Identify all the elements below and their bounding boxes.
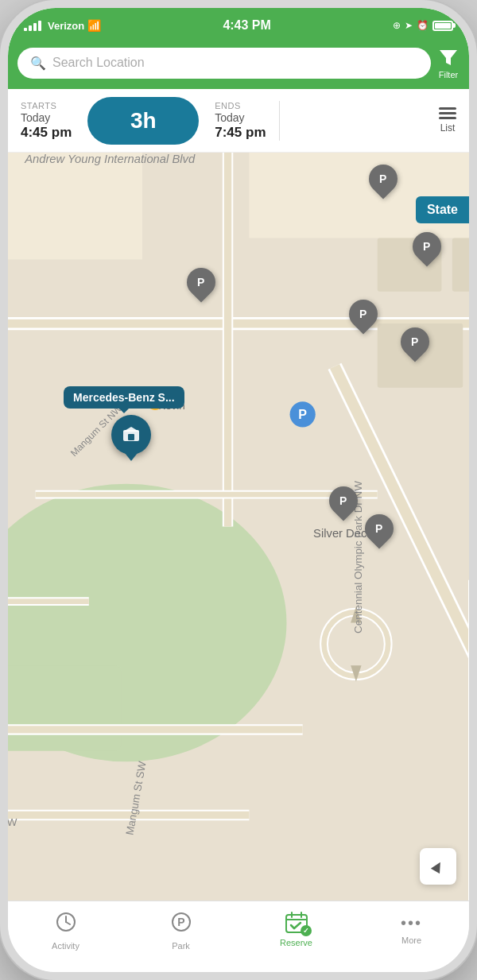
reserve-check-icon: ✓ — [301, 925, 312, 936]
map-svg: P Andrew Young International Blvd Mangum… — [8, 153, 469, 901]
reserve-icon-wrap: ✓ — [285, 911, 308, 935]
svg-rect-45 — [128, 434, 134, 440]
parking-p-icon-3: P — [197, 276, 204, 289]
more-label: More — [401, 935, 421, 945]
phone-frame: Verizon 📶 4:43 PM ⊕ ➤ ⏰ 🔍 Search Locatio… — [0, 0, 477, 980]
activity-svg-icon — [55, 911, 77, 933]
venue-label: Mercedes-Benz S... — [64, 386, 184, 409]
map-area: P Andrew Young International Blvd Mangum… — [8, 153, 469, 901]
compass-arrow-icon: ▲ — [425, 853, 451, 879]
park-label: Park — [172, 941, 190, 951]
parking-p-icon-2: P — [423, 240, 430, 253]
svg-line-56 — [294, 923, 301, 928]
parking-p-icon-6: P — [339, 494, 347, 507]
parking-pin-1[interactable]: P — [369, 165, 398, 193]
svg-marker-44 — [123, 427, 139, 432]
filter-icon — [437, 46, 460, 68]
duration-button[interactable]: 3h — [87, 97, 199, 145]
ends-label: ENDS — [215, 101, 266, 110]
filter-label: Filter — [439, 70, 458, 79]
starts-time: 4:45 pm — [21, 125, 72, 141]
parking-p-icon-4: P — [359, 308, 366, 320]
search-input[interactable]: Search Location — [52, 56, 418, 70]
venue-icon — [120, 424, 142, 446]
svg-text:Markham St SW: Markham St SW — [8, 816, 17, 828]
list-label: List — [440, 122, 456, 134]
phone-inner: Verizon 📶 4:43 PM ⊕ ➤ ⏰ 🔍 Search Locatio… — [8, 8, 469, 972]
activity-label: Activity — [52, 941, 80, 951]
parking-pin-circle-4: P — [343, 294, 384, 335]
parking-p-icon-7: P — [375, 522, 382, 535]
parking-pin-circle-2: P — [407, 227, 448, 267]
svg-text:P: P — [298, 407, 307, 421]
time-bar: STARTS Today 4:45 pm 3h ENDS Today 7:45 … — [8, 89, 469, 153]
reserve-label: Reserve — [280, 938, 312, 947]
carrier-label: Verizon — [48, 20, 84, 32]
bottom-nav: Activity P Park — [8, 901, 469, 972]
activity-icon — [55, 911, 77, 938]
status-bar: Verizon 📶 4:43 PM ⊕ ➤ ⏰ — [8, 8, 469, 40]
parking-p-icon-5: P — [411, 335, 418, 348]
parking-pin-circle-7: P — [359, 509, 400, 549]
time-bar-divider — [279, 101, 280, 141]
svg-marker-0 — [440, 50, 457, 65]
nav-item-park[interactable]: P Park — [123, 908, 238, 951]
park-svg-icon: P — [170, 911, 192, 933]
status-right: ⊕ ➤ ⏰ — [393, 20, 453, 31]
svg-rect-5 — [249, 153, 469, 238]
parking-pin-circle-6: P — [324, 481, 364, 521]
parking-pin-circle-3: P — [181, 262, 222, 303]
parking-pin-4[interactable]: P — [349, 300, 378, 328]
battery-icon — [432, 21, 453, 31]
status-left: Verizon 📶 — [24, 19, 101, 32]
svg-text:P: P — [177, 916, 184, 928]
signal-bar-2 — [29, 25, 32, 31]
list-line-2 — [439, 112, 456, 114]
list-line-1 — [439, 107, 456, 110]
parking-pin-circle-5: P — [395, 322, 436, 362]
parking-pin-circle-1: P — [363, 159, 404, 199]
wifi-icon: 📶 — [87, 19, 101, 32]
ends-day: Today — [215, 111, 266, 124]
nav-item-more[interactable]: ••• More — [354, 908, 469, 945]
starts-day: Today — [21, 111, 72, 124]
svg-line-48 — [66, 922, 70, 924]
parking-pin-7[interactable]: P — [365, 514, 394, 543]
nav-item-activity[interactable]: Activity — [8, 908, 123, 951]
location-icon: ⊕ — [393, 20, 401, 31]
list-icon — [439, 107, 456, 119]
alarm-icon: ⏰ — [417, 20, 429, 31]
more-icon: ••• — [401, 911, 422, 932]
signal-bars-icon — [24, 21, 41, 31]
signal-bar-3 — [33, 23, 37, 31]
nav-item-reserve[interactable]: ✓ Reserve — [238, 908, 354, 947]
signal-bar-1 — [24, 28, 27, 31]
svg-rect-27 — [452, 238, 469, 292]
svg-rect-3 — [8, 665, 121, 751]
svg-text:Andrew Young International Blv: Andrew Young International Blvd — [24, 153, 196, 165]
parking-pin-3[interactable]: P — [187, 268, 215, 296]
compass-button[interactable]: ▲ — [420, 848, 456, 885]
parking-pin-5[interactable]: P — [401, 327, 429, 356]
parking-p-icon-1: P — [379, 172, 386, 185]
search-area: 🔍 Search Location Filter — [8, 40, 469, 89]
starts-section: STARTS Today 4:45 pm — [21, 101, 72, 141]
ends-section: ENDS Today 7:45 pm — [215, 101, 266, 141]
parking-pin-2[interactable]: P — [413, 232, 441, 261]
gps-icon: ➤ — [405, 20, 413, 31]
venue-pin[interactable]: Mercedes-Benz S... — [111, 415, 151, 455]
park-icon: P — [170, 911, 192, 938]
search-box[interactable]: 🔍 Search Location — [17, 48, 431, 79]
list-line-3 — [439, 117, 456, 119]
search-icon: 🔍 — [30, 56, 46, 71]
venue-pin-dot — [111, 415, 151, 455]
status-time: 4:43 PM — [223, 18, 270, 33]
battery-fill — [435, 23, 451, 29]
state-badge[interactable]: State — [416, 196, 469, 223]
starts-label: STARTS — [21, 101, 72, 110]
filter-button[interactable]: Filter — [437, 46, 460, 79]
ends-time: 7:45 pm — [215, 125, 266, 141]
parking-pin-6[interactable]: P — [329, 486, 358, 515]
list-button[interactable]: List — [439, 107, 456, 134]
signal-bar-4 — [38, 21, 41, 31]
